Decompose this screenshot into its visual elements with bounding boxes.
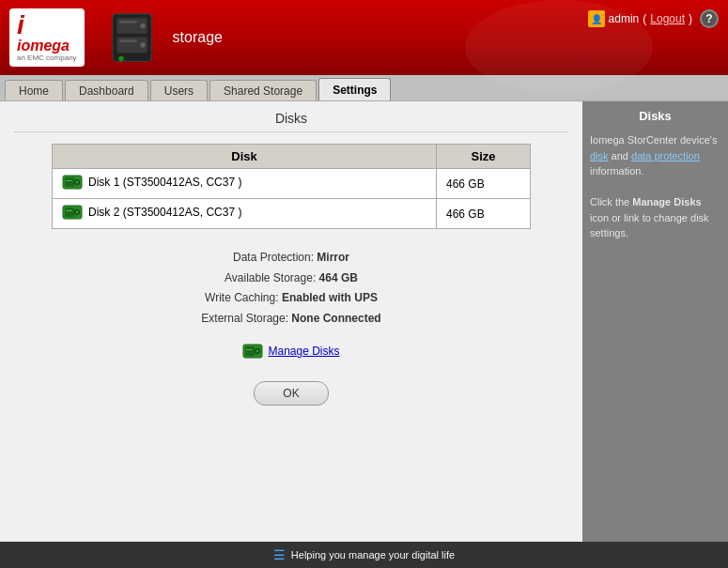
help-button[interactable]: ? — [700, 9, 719, 28]
storage-label: storage — [173, 29, 223, 46]
nas-device-icon — [106, 9, 158, 66]
user-info: 👤 admin (Logout) — [588, 10, 692, 27]
data-protection-row: Data Protection: Mirror — [14, 248, 568, 269]
navigation-bar: Home Dashboard Users Shared Storage Sett… — [0, 75, 728, 101]
data-protection-label: Data Protection: — [233, 251, 314, 264]
col-header-disk: Disk — [53, 145, 437, 169]
svg-rect-24 — [246, 349, 253, 350]
svg-point-13 — [76, 181, 78, 183]
logo-brand-name: iomega — [17, 38, 70, 54]
footer-label: Helping you manage your digital life — [291, 549, 455, 560]
sidebar: Disks Iomega StorCenter device's disk an… — [582, 101, 728, 542]
footer: ☰ Helping you manage your digital life — [0, 542, 728, 568]
sidebar-disk-link[interactable]: disk — [590, 150, 609, 161]
disk1-name: Disk 1 (ST3500412AS, CC37 ) — [53, 169, 437, 199]
svg-rect-16 — [65, 207, 74, 217]
tab-dashboard[interactable]: Dashboard — [65, 80, 148, 100]
disk2-icon-label: Disk 2 (ST3500412AS, CC37 ) — [62, 204, 241, 221]
disk1-size: 466 GB — [437, 169, 531, 199]
sidebar-manage-disks-ref: Manage Disks — [632, 196, 701, 207]
sidebar-data-protection-link[interactable]: data protection — [631, 150, 700, 161]
external-storage-label: External Storage: — [201, 312, 288, 325]
manage-disks-section: Manage Disks — [14, 343, 568, 362]
svg-point-18 — [76, 211, 78, 213]
svg-rect-19 — [66, 210, 72, 211]
svg-point-4 — [141, 24, 145, 28]
footer-icon: ☰ — [273, 547, 286, 562]
disk2-size: 466 GB — [437, 199, 531, 229]
tab-home[interactable]: Home — [5, 80, 63, 100]
write-caching-label: Write Caching: — [205, 291, 278, 304]
table-row: Disk 1 (ST3500412AS, CC37 ) 466 GB — [53, 169, 531, 199]
manage-disks-label: Manage Disks — [268, 345, 339, 358]
ok-button[interactable]: OK — [254, 381, 328, 406]
content-area: Disks Disk Size — [0, 101, 582, 542]
col-header-size: Size — [437, 145, 531, 169]
svg-rect-21 — [245, 346, 255, 356]
username-label: admin — [609, 12, 640, 25]
table-row: Disk 2 (ST3500412AS, CC37 ) 466 GB — [53, 199, 531, 229]
sidebar-title: Disks — [590, 109, 720, 123]
data-protection-value: Mirror — [317, 251, 349, 264]
header-right: 👤 admin (Logout) ? — [588, 9, 719, 28]
write-caching-value: Enabled with UPS — [282, 291, 378, 304]
logo-i-letter: i — [17, 12, 24, 38]
hdd-icon-2 — [62, 204, 83, 221]
svg-point-9 — [118, 56, 124, 62]
hdd-icon-1 — [62, 174, 83, 191]
svg-point-23 — [256, 350, 258, 352]
logout-link[interactable]: Logout — [650, 12, 685, 25]
logo-sub-text: an EMC company — [17, 54, 77, 63]
tab-shared-storage[interactable]: Shared Storage — [209, 80, 317, 100]
header: i iomega an EMC company storage 👤 admin … — [0, 0, 728, 75]
user-paren-close: ) — [689, 12, 692, 25]
disk2-name: Disk 2 (ST3500412AS, CC37 ) — [53, 199, 437, 229]
manage-disks-icon — [242, 343, 263, 360]
sidebar-help-text: Iomega StorCenter device's disk and data… — [590, 132, 720, 241]
user-icon: 👤 — [588, 10, 605, 27]
svg-point-6 — [141, 43, 145, 47]
disk2-label: Disk 2 (ST3500412AS, CC37 ) — [88, 206, 241, 219]
tab-users[interactable]: Users — [150, 80, 208, 100]
ok-section: OK — [14, 381, 568, 406]
logo-box: i iomega an EMC company — [9, 8, 85, 67]
available-storage-row: Available Storage: 464 GB — [14, 269, 568, 289]
svg-rect-7 — [119, 21, 136, 23]
external-storage-value: None Connected — [291, 312, 380, 325]
tab-settings[interactable]: Settings — [318, 78, 391, 100]
available-storage-label: Available Storage: — [225, 271, 316, 284]
disk1-icon-label: Disk 1 (ST3500412AS, CC37 ) — [62, 174, 241, 191]
svg-rect-14 — [66, 180, 72, 181]
user-paren-open: ( — [643, 12, 646, 25]
disk-table: Disk Size — [52, 144, 531, 229]
main-area: Disks Disk Size — [0, 101, 728, 542]
external-storage-row: External Storage: None Connected — [14, 309, 568, 330]
svg-rect-11 — [65, 177, 74, 187]
logo-area: i iomega an EMC company storage — [9, 8, 223, 67]
write-caching-row: Write Caching: Enabled with UPS — [14, 288, 568, 309]
svg-rect-8 — [119, 39, 136, 42]
info-section: Data Protection: Mirror Available Storag… — [14, 248, 568, 329]
disk1-label: Disk 1 (ST3500412AS, CC37 ) — [88, 176, 241, 189]
section-title: Disks — [14, 111, 568, 132]
manage-disks-link[interactable]: Manage Disks — [242, 343, 339, 360]
available-storage-value: 464 GB — [319, 271, 358, 284]
